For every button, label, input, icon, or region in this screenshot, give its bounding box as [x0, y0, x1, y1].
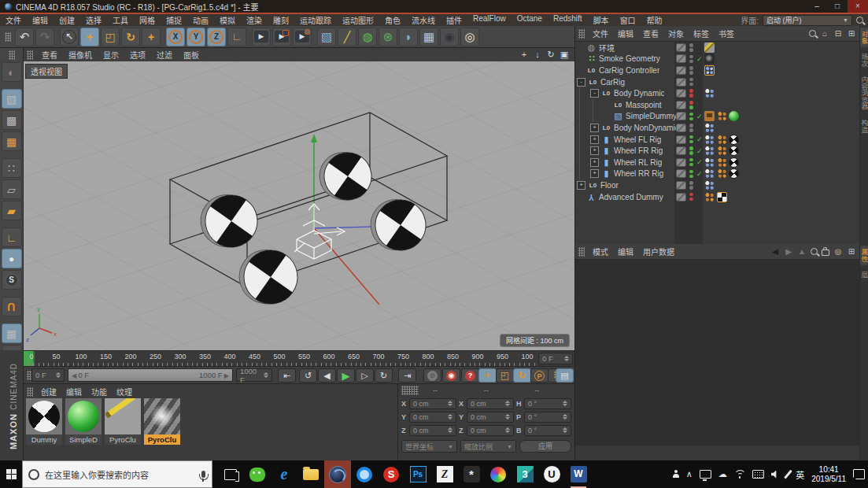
stepper-icon[interactable] [263, 372, 268, 378]
object-row[interactable]: +▮Wheel FL Rig✓ [575, 134, 868, 146]
position-y-field[interactable]: 0 cm [409, 412, 456, 423]
dyn-tag-icon[interactable] [704, 157, 715, 168]
orbit-icon[interactable]: ↻ [545, 50, 556, 60]
material-thumbnail[interactable] [26, 398, 62, 434]
interface-dropdown[interactable]: 启动 (用户) ▼ [763, 15, 852, 26]
go-to-start-button[interactable]: ⇤ [278, 368, 296, 383]
render-region-button[interactable]: ▶ [272, 28, 291, 46]
toolbar-grip[interactable] [5, 32, 11, 42]
stepper-icon[interactable] [447, 427, 452, 433]
make-editable-button[interactable]: ◐ [2, 62, 22, 82]
render-settings-button[interactable]: ▶ [293, 28, 312, 46]
render-visibility-dot[interactable] [689, 60, 693, 64]
object-row[interactable]: L0Masspoint [575, 99, 868, 111]
matchecker-tag-icon[interactable] [729, 168, 739, 179]
redo-button[interactable]: ↷ [35, 28, 54, 46]
layer-chip[interactable] [676, 158, 686, 167]
task-view-taskbar-button[interactable] [217, 460, 244, 488]
xposel-tag-icon[interactable] [704, 65, 715, 76]
range-right-arrow-icon[interactable]: ▶ [223, 372, 229, 379]
menu-流水线[interactable]: 流水线 [406, 14, 441, 26]
object-menu-对象[interactable]: 对象 [663, 28, 689, 39]
visibility-dots[interactable] [689, 193, 694, 201]
visibility-dots[interactable] [689, 89, 694, 98]
object-menu-书签[interactable]: 书签 [714, 28, 739, 39]
editor-visibility-dot[interactable] [689, 101, 693, 105]
material-menu-创建[interactable]: 创建 [36, 386, 61, 397]
ime-indicator[interactable]: 英 [796, 468, 804, 481]
collapse-icon[interactable]: - [590, 89, 599, 98]
manager-tab[interactable]: 对象 [860, 28, 868, 47]
collapse-icon[interactable]: ⊟ [833, 29, 843, 38]
xpo-tag-icon[interactable] [704, 192, 715, 202]
render-visibility-dot[interactable] [689, 105, 693, 109]
position-z-field[interactable]: 0 cm [409, 425, 456, 436]
editor-visibility-dot[interactable] [689, 193, 693, 197]
manager-tab[interactable]: 属性 [860, 246, 868, 265]
move-button[interactable]: + [80, 28, 99, 46]
target-icon[interactable]: ◎ [833, 247, 843, 256]
search-icon[interactable] [809, 30, 816, 37]
rotation-h-field[interactable]: 0 ° [524, 398, 571, 409]
material-menu-grip[interactable] [27, 387, 33, 397]
expand-icon[interactable]: + [590, 124, 599, 132]
layer-chip[interactable] [676, 89, 686, 98]
color-sphere-app-taskbar-button[interactable] [485, 460, 512, 488]
pen-icon[interactable] [787, 469, 789, 479]
dyn-tag-icon[interactable] [704, 135, 715, 145]
material-thumbnail[interactable] [144, 398, 180, 434]
object-row[interactable]: YAdvanced Dummy [575, 191, 868, 203]
history-back-icon[interactable]: ◀ [770, 247, 780, 256]
layer-chip[interactable] [676, 193, 686, 201]
expand-icon[interactable]: + [577, 181, 585, 190]
visibility-dots[interactable] [689, 146, 694, 155]
loop-button[interactable]: ↻ [375, 368, 393, 383]
timeline-track[interactable]: 0501001502002503003504004505005506006507… [24, 351, 537, 366]
lock-y-button[interactable]: Y [187, 28, 205, 46]
apply-button[interactable]: 应用 [519, 440, 571, 453]
stepper-icon[interactable] [447, 414, 452, 420]
blue-ring-app-taskbar-button[interactable] [351, 460, 378, 488]
notification-center-icon[interactable] [853, 469, 865, 479]
rotation-b-field[interactable]: 0 ° [524, 425, 571, 436]
expand-icon[interactable]: + [590, 135, 599, 144]
stepper-icon[interactable] [562, 427, 567, 433]
viewport-menu-过滤[interactable]: 过滤 [151, 49, 178, 61]
editor-visibility-dot[interactable] [689, 89, 693, 93]
xpo-tag-icon[interactable] [717, 168, 727, 179]
menu-脚本[interactable]: 脚本 [588, 14, 615, 26]
visibility-dots[interactable] [689, 124, 694, 132]
matchecker-tag-icon[interactable] [729, 157, 739, 168]
stepper-icon[interactable] [504, 414, 510, 420]
material-thumbnail[interactable] [105, 398, 141, 434]
visibility-dots[interactable] [689, 43, 694, 52]
render-visibility-dot[interactable] [689, 151, 693, 155]
object-row[interactable]: +▮Wheel RL Rig✓ [575, 157, 868, 168]
layer-chip[interactable] [676, 78, 686, 87]
coordinate-system-dropdown[interactable]: 世界坐标▼ [401, 440, 457, 453]
stepper-icon[interactable] [504, 401, 510, 406]
preview-range-slider[interactable]: ◀ 0 F 1000 F ▶ [68, 368, 233, 382]
search-icon[interactable] [856, 17, 863, 24]
object-menu-编辑[interactable]: 编辑 [613, 28, 638, 39]
start-button[interactable] [0, 460, 22, 488]
history-forward-icon[interactable]: ▶ [784, 247, 793, 256]
onedrive-cloud-icon[interactable]: ☁ [718, 469, 727, 479]
photoshop-taskbar-button[interactable]: Ps [404, 460, 431, 488]
menu-运动图形[interactable]: 运动图形 [337, 14, 379, 26]
key-position-button[interactable]: + [478, 368, 497, 383]
undo-button[interactable]: ↶ [15, 28, 34, 46]
toggle-layout-icon[interactable]: ▣ [559, 50, 570, 60]
object-row[interactable]: ◍环境 [575, 42, 868, 54]
dyn-tag-icon[interactable] [704, 88, 715, 98]
view-label[interactable]: 透视视图 [25, 64, 68, 79]
size-x-field[interactable]: 0 cm [467, 398, 514, 409]
edges-mode-button[interactable]: ▱ [2, 179, 22, 199]
render-visibility-dot[interactable] [689, 175, 693, 179]
editor-visibility-dot[interactable] [689, 181, 693, 185]
render-visibility-dot[interactable] [689, 128, 693, 132]
menu-工具[interactable]: 工具 [107, 14, 134, 26]
menu-运动跟踪[interactable]: 运动跟踪 [294, 14, 337, 26]
dyn-tag-icon[interactable] [704, 146, 715, 156]
object-row[interactable]: ▧SimpleDummy✓ [575, 111, 868, 123]
